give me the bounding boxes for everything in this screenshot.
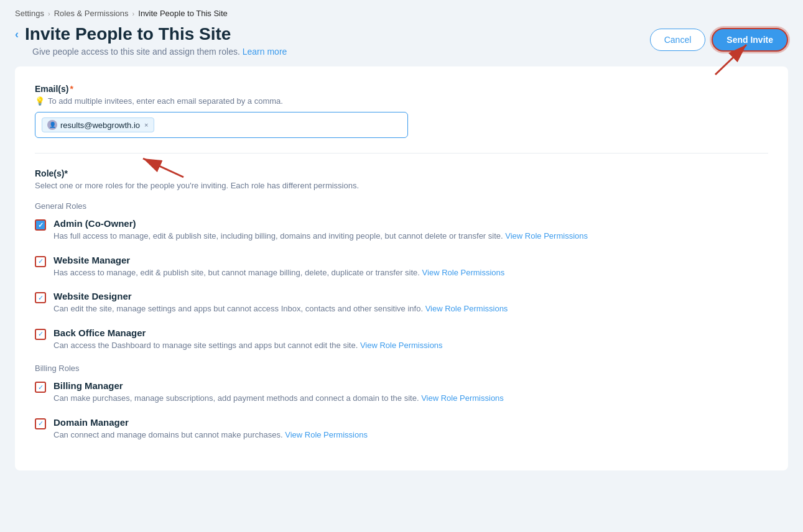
view-perms-back-office-manager[interactable]: View Role Permissions	[360, 341, 443, 350]
main-card: Email(s)* 💡 To add multiple invitees, en…	[15, 66, 788, 470]
role-checkbox-website-manager[interactable]	[35, 256, 46, 267]
role-info-admin: Admin (Co-Owner) Has full access to mana…	[53, 218, 588, 242]
breadcrumb-roles[interactable]: Roles & Permissions	[54, 9, 129, 18]
billing-roles-group: Billing Roles Billing Manager Can make p…	[35, 364, 768, 441]
header-actions: Cancel Send Invite	[650, 28, 788, 52]
role-checkbox-domain-manager[interactable]	[35, 418, 46, 429]
email-input-area[interactable]: 👤 results@webgrowth.io ×	[35, 112, 408, 138]
general-roles-label: General Roles	[35, 201, 768, 211]
view-perms-admin[interactable]: View Role Permissions	[505, 231, 588, 241]
breadcrumb-settings[interactable]: Settings	[15, 9, 44, 18]
page-wrapper: Settings › Roles & Permissions › Invite …	[0, 0, 803, 532]
role-info-back-office-manager: Back Office Manager Can access the Dashb…	[53, 328, 443, 352]
role-desc-back-office-manager: Can access the Dashboard to manage site …	[53, 339, 443, 352]
role-name-website-designer: Website Designer	[53, 291, 508, 301]
role-checkbox-billing-manager[interactable]	[35, 382, 46, 393]
role-item-admin: Admin (Co-Owner) Has full access to mana…	[35, 218, 768, 242]
role-desc-billing-manager: Can make purchases, manage subscriptions…	[53, 392, 504, 405]
email-section: Email(s)* 💡 To add multiple invitees, en…	[35, 84, 768, 138]
role-name-billing-manager: Billing Manager	[53, 380, 504, 391]
role-info-domain-manager: Domain Manager Can connect and manage do…	[53, 417, 368, 441]
breadcrumb-current: Invite People to This Site	[138, 9, 228, 18]
role-name-admin: Admin (Co-Owner)	[53, 218, 588, 229]
cancel-button[interactable]: Cancel	[650, 29, 706, 51]
hint-icon: 💡	[35, 96, 45, 106]
back-button[interactable]: ‹	[15, 28, 19, 41]
page-header-left: ‹ Invite People to This Site Give people…	[15, 24, 287, 57]
page-subtitle: Give people access to this site and assi…	[32, 47, 287, 57]
roles-required-marker: *	[64, 168, 67, 178]
role-info-website-designer: Website Designer Can edit the site, mana…	[53, 291, 508, 315]
role-desc-website-designer: Can edit the site, manage settings and a…	[53, 303, 508, 315]
role-checkbox-admin[interactable]	[35, 219, 46, 231]
role-item-website-designer: Website Designer Can edit the site, mana…	[35, 291, 768, 315]
page-header: ‹ Invite People to This Site Give people…	[0, 24, 803, 66]
role-desc-website-manager: Has access to manage, edit & publish sit…	[53, 267, 504, 279]
email-avatar-icon: 👤	[47, 120, 57, 130]
role-desc-admin: Has full access to manage, edit & publis…	[53, 230, 588, 242]
breadcrumb-chevron-1: ›	[48, 10, 50, 17]
role-item-back-office-manager: Back Office Manager Can access the Dashb…	[35, 328, 768, 352]
section-divider	[35, 153, 768, 154]
role-info-website-manager: Website Manager Has access to manage, ed…	[53, 255, 504, 279]
email-tag: 👤 results@webgrowth.io ×	[42, 117, 154, 132]
role-name-back-office-manager: Back Office Manager	[53, 328, 443, 338]
roles-section: Role(s)* Select one or more roles for th…	[35, 168, 768, 441]
role-checkbox-website-designer[interactable]	[35, 292, 46, 303]
role-name-domain-manager: Domain Manager	[53, 417, 368, 428]
back-title-row: ‹ Invite People to This Site	[15, 24, 287, 44]
view-perms-billing-manager[interactable]: View Role Permissions	[421, 393, 504, 403]
role-item-billing-manager: Billing Manager Can make purchases, mana…	[35, 380, 768, 405]
breadcrumb-chevron-2: ›	[132, 10, 135, 17]
role-item-website-manager: Website Manager Has access to manage, ed…	[35, 255, 768, 279]
email-tag-value: results@webgrowth.io	[60, 121, 140, 130]
view-perms-domain-manager[interactable]: View Role Permissions	[285, 430, 368, 439]
roles-hint: Select one or more roles for the people …	[35, 181, 768, 190]
page-title: Invite People to This Site	[25, 24, 231, 44]
learn-more-link[interactable]: Learn more	[243, 47, 287, 57]
billing-roles-label: Billing Roles	[35, 364, 768, 373]
role-desc-domain-manager: Can connect and manage domains but canno…	[53, 429, 368, 441]
role-info-billing-manager: Billing Manager Can make purchases, mana…	[53, 380, 504, 405]
send-invite-button[interactable]: Send Invite	[712, 28, 788, 52]
role-name-website-manager: Website Manager	[53, 255, 504, 265]
role-checkbox-back-office-manager[interactable]	[35, 329, 46, 340]
view-perms-website-designer[interactable]: View Role Permissions	[425, 304, 508, 313]
remove-email-tag[interactable]: ×	[144, 121, 148, 129]
roles-label: Role(s)*	[35, 168, 768, 178]
role-item-domain-manager: Domain Manager Can connect and manage do…	[35, 417, 768, 441]
view-perms-website-manager[interactable]: View Role Permissions	[422, 268, 505, 277]
general-roles-group: General Roles Admin (Co-Owner) Has full …	[35, 201, 768, 351]
breadcrumb: Settings › Roles & Permissions › Invite …	[0, 0, 803, 24]
email-required-marker: *	[70, 84, 73, 94]
email-label: Email(s)*	[35, 84, 768, 94]
email-hint: 💡 To add multiple invitees, enter each e…	[35, 96, 768, 106]
